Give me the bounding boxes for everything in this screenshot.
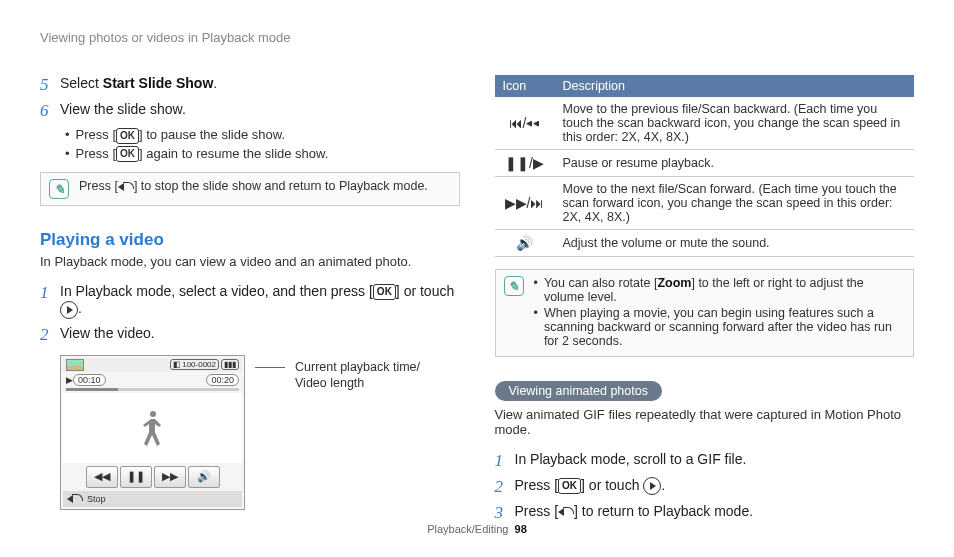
- control-bar: ◀◀ ❚❚ ▶▶ 🔊: [63, 463, 242, 491]
- ok-icon: OK: [373, 284, 396, 300]
- step-text: Select Start Slide Show.: [60, 75, 460, 91]
- play-icon: [60, 301, 78, 319]
- stop-row: Stop: [63, 491, 242, 507]
- note-text: Press [] to stop the slide show and retu…: [79, 179, 451, 193]
- row-icon: 🔊: [495, 230, 555, 257]
- rewind-button[interactable]: ◀◀: [86, 466, 118, 488]
- note-box: ✎ Press [] to stop the slide show and re…: [40, 172, 460, 206]
- text: When playing a movie, you can begin usin…: [544, 306, 905, 348]
- step-text: Press [] to return to Playback mode.: [515, 503, 915, 519]
- step-text: View the slide show.: [60, 101, 460, 117]
- text: ] to return to Playback mode.: [574, 503, 753, 519]
- step-text: In Playback mode, scroll to a GIF file.: [515, 451, 915, 467]
- time-row: ▶ 00:10 00:20: [63, 372, 242, 388]
- total-time: 00:20: [206, 374, 239, 386]
- text: Press [: [76, 146, 116, 161]
- text: ] or touch: [396, 283, 454, 299]
- table-row: ▶▶/⏭ Move to the next file/Scan forward.…: [495, 177, 915, 230]
- table-row: ❚❚/▶ Pause or resume playback.: [495, 150, 915, 177]
- step-number: 2: [40, 325, 60, 345]
- video-topbar: ◧ 100-0002 ▮▮▮: [63, 358, 242, 372]
- text: ] again to resume the slide show.: [139, 146, 328, 161]
- step-5: 5 Select Start Slide Show.: [40, 75, 460, 95]
- step-number: 2: [495, 477, 515, 497]
- right-column: Icon Description ⏮/◀◀ Move to the previo…: [495, 75, 915, 529]
- pointer: [255, 355, 285, 368]
- row-icon: ▶▶/⏭: [495, 177, 555, 230]
- pill-desc: View animated GIF files repeatedly that …: [495, 407, 915, 437]
- step-text: In Playback mode, select a video, and th…: [60, 283, 460, 319]
- note-icon: ✎: [504, 276, 524, 296]
- current-time: 00:10: [73, 374, 106, 386]
- breadcrumb-header: Viewing photos or videos in Playback mod…: [40, 30, 914, 45]
- bullet: Press [OK] again to resume the slide sho…: [65, 146, 460, 163]
- step-6: 6 View the slide show.: [40, 101, 460, 121]
- play-step-1: 1 In Playback mode, select a video, and …: [40, 283, 460, 319]
- row-desc: Move to the next file/Scan forward. (Eac…: [555, 177, 915, 230]
- step-number: 1: [495, 451, 515, 471]
- text: Select: [60, 75, 103, 91]
- stop-label: Stop: [87, 494, 106, 504]
- video-canvas: [63, 393, 242, 463]
- step-text: Press [OK] or touch .: [515, 477, 915, 495]
- video-frame: ◧ 100-0002 ▮▮▮ ▶ 00:10 00:20: [60, 355, 245, 510]
- anim-step-2: 2 Press [OK] or touch .: [495, 477, 915, 497]
- anim-step-1: 1 In Playback mode, scroll to a GIF file…: [495, 451, 915, 471]
- back-icon: [558, 506, 574, 518]
- note-icon: ✎: [49, 179, 69, 199]
- forward-button[interactable]: ▶▶: [154, 466, 186, 488]
- step-text: View the video.: [60, 325, 460, 341]
- pause-button[interactable]: ❚❚: [120, 466, 152, 488]
- play-step-2: 2 View the video.: [40, 325, 460, 345]
- th-icon: Icon: [495, 75, 555, 97]
- video-illustration: ◧ 100-0002 ▮▮▮ ▶ 00:10 00:20: [60, 355, 460, 510]
- section-desc: In Playback mode, you can view a video a…: [40, 254, 460, 269]
- bold-text: Start Slide Show: [103, 75, 213, 91]
- back-icon: [67, 493, 83, 505]
- th-desc: Description: [555, 75, 915, 97]
- step-number: 6: [40, 101, 60, 121]
- text: Press [: [515, 477, 559, 493]
- back-icon: [118, 181, 134, 193]
- row-desc: Adjust the volume or mute the sound.: [555, 230, 915, 257]
- progress-bar: [66, 388, 239, 391]
- text: ] or touch: [581, 477, 643, 493]
- text: .: [78, 300, 82, 316]
- table-row: 🔊 Adjust the volume or mute the sound.: [495, 230, 915, 257]
- text: .: [661, 477, 665, 493]
- section-title: Playing a video: [40, 230, 460, 250]
- volume-button[interactable]: 🔊: [188, 466, 220, 488]
- play-icon: [643, 477, 661, 495]
- note-text: You can also rotate [Zoom] to the left o…: [534, 276, 906, 350]
- play-small-icon: ▶: [66, 375, 73, 385]
- text: ] to pause the slide show.: [139, 127, 285, 142]
- note-box-2: ✎ You can also rotate [Zoom] to the left…: [495, 269, 915, 357]
- pointer-label: Current playback time/ Video length: [295, 359, 420, 392]
- page-footer: Playback/Editing 98: [0, 523, 954, 535]
- pill-heading: Viewing animated photos: [495, 381, 662, 401]
- left-column: 5 Select Start Slide Show. 6 View the sl…: [40, 75, 460, 529]
- ok-icon: OK: [558, 478, 581, 494]
- sub-bullets: Press [OK] to pause the slide show. Pres…: [65, 127, 460, 162]
- step-number: 1: [40, 283, 60, 303]
- bold-text: Zoom: [657, 276, 691, 290]
- text: Press [: [515, 503, 559, 519]
- footer-section: Playback/Editing: [427, 523, 508, 535]
- text: Press [: [79, 179, 118, 193]
- bullet: Press [OK] to pause the slide show.: [65, 127, 460, 144]
- anim-step-3: 3 Press [] to return to Playback mode.: [495, 503, 915, 523]
- pointer-line: [255, 367, 285, 368]
- text: .: [213, 75, 217, 91]
- thumb-icon: [66, 359, 84, 371]
- ok-icon: OK: [116, 128, 139, 144]
- footer-page: 98: [515, 523, 527, 535]
- row-desc: Move to the previous file/Scan backward.…: [555, 97, 915, 150]
- row-icon: ⏮/◀◀: [495, 97, 555, 150]
- row-desc: Pause or resume playback.: [555, 150, 915, 177]
- text: ] to stop the slide show and return to P…: [134, 179, 428, 193]
- text: In Playback mode, select a video, and th…: [60, 283, 373, 299]
- ok-icon: OK: [116, 146, 139, 162]
- step-number: 5: [40, 75, 60, 95]
- step-number: 3: [495, 503, 515, 523]
- dancer-silhouette: [138, 411, 168, 461]
